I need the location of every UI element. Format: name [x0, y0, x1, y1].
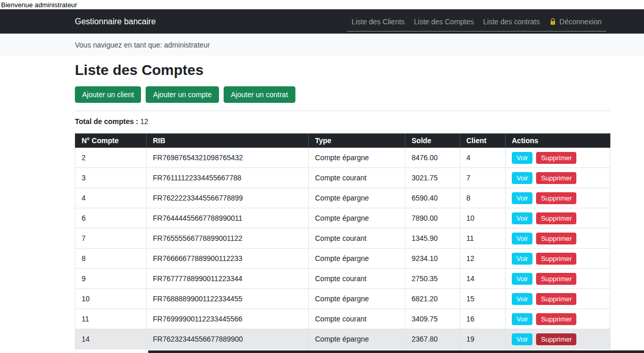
cell-type: Compte courant [309, 228, 405, 249]
cell-type: Compte courant [309, 309, 405, 329]
cell-solde: 6590.40 [405, 188, 460, 208]
cell-client: 10 [460, 208, 506, 228]
total-comptes-value: 12 [140, 117, 149, 126]
supprimer-button[interactable]: Supprimer [536, 212, 576, 224]
cell-type: Compte épargne [309, 188, 405, 208]
cell-client: 7 [460, 168, 506, 188]
ajouter-client-button[interactable]: Ajouter un client [75, 86, 141, 103]
voir-button[interactable]: Voir [512, 293, 532, 305]
voir-button[interactable]: Voir [512, 152, 532, 164]
cell-rib: FR76555566778899001122 [147, 228, 309, 249]
cell-type: Compte épargne [309, 249, 405, 269]
welcome-text: Bienvenue administrateur [0, 0, 644, 9]
page-title: Liste des Comptes [75, 62, 610, 79]
cell-type: Compte courant [309, 168, 405, 188]
cell-client: 4 [460, 148, 506, 168]
voir-button[interactable]: Voir [512, 172, 532, 184]
table-row: 14FR76232344556677889900Compte épargne23… [75, 329, 610, 349]
cell-compte: 7 [75, 228, 147, 249]
footer-bar [148, 350, 644, 353]
supprimer-button[interactable]: Supprimer [536, 293, 576, 305]
cell-type: Compte épargne [309, 148, 405, 168]
supprimer-button[interactable]: Supprimer [536, 253, 576, 265]
cell-rib: FR76999900112233445566 [147, 309, 309, 329]
cell-actions: VoirSupprimer [506, 289, 610, 309]
voir-button[interactable]: Voir [512, 333, 532, 345]
table-row: 2FR76987654321098765432Compte épargne847… [75, 148, 610, 168]
table-row: 3FR76111122334455667788Compte courant302… [75, 168, 610, 188]
cell-solde: 3021.75 [405, 168, 460, 188]
column-header-rib: RIB [147, 134, 309, 148]
nav-item-liste-clients[interactable]: Liste des Clients [347, 18, 410, 26]
cell-client: 8 [460, 188, 506, 208]
lock-icon [549, 18, 557, 25]
cell-compte: 2 [75, 148, 147, 168]
table-row: 11FR76999900112233445566Compte courant34… [75, 309, 610, 329]
navbar: Gestionnaire bancaire Liste des Clients … [0, 9, 644, 34]
supprimer-button[interactable]: Supprimer [536, 152, 576, 164]
cell-actions: VoirSupprimer [506, 208, 610, 228]
supprimer-button[interactable]: Supprimer [536, 233, 576, 244]
voir-button[interactable]: Voir [512, 253, 532, 265]
cell-compte: 4 [75, 188, 147, 208]
action-button-row: Ajouter un client Ajouter un compte Ajou… [75, 86, 610, 103]
cell-type: Compte épargne [309, 329, 405, 349]
voir-button[interactable]: Voir [512, 192, 532, 204]
cell-solde: 2750.35 [405, 269, 460, 289]
cell-compte: 3 [75, 168, 147, 188]
session-text: Vous naviguez en tant que: administrateu… [75, 41, 210, 49]
voir-button[interactable]: Voir [512, 313, 532, 325]
comptes-table: N° CompteRIBTypeSoldeClientActions 2FR76… [75, 133, 610, 353]
cell-client: 14 [460, 269, 506, 289]
table-row: 9FR76777788990011223344Compte courant275… [75, 269, 610, 289]
cell-client: 19 [460, 329, 506, 349]
cell-rib: FR76232344556677889900 [147, 329, 309, 349]
cell-actions: VoirSupprimer [506, 269, 610, 289]
supprimer-button[interactable]: Supprimer [536, 192, 576, 204]
cell-solde: 7890.00 [405, 208, 460, 228]
cell-actions: VoirSupprimer [506, 168, 610, 188]
supprimer-button[interactable]: Supprimer [536, 273, 576, 285]
supprimer-button[interactable]: Supprimer [536, 333, 576, 345]
cell-rib: FR76666677889900112233 [147, 249, 309, 269]
table-row: 6FR76444455667788990011Compte épargne789… [75, 208, 610, 228]
total-comptes: Total de comptes : 12 [75, 117, 610, 126]
supprimer-button[interactable]: Supprimer [536, 172, 576, 184]
table-row: 8FR76666677889900112233Compte épargne923… [75, 249, 610, 269]
cell-solde: 6821.20 [405, 289, 460, 309]
cell-rib: FR76111122334455667788 [147, 168, 309, 188]
table-row: 7FR76555566778899001122Compte courant134… [75, 228, 610, 249]
brand-link[interactable]: Gestionnaire bancaire [75, 17, 156, 26]
column-header-actions: Actions [506, 134, 610, 148]
voir-button[interactable]: Voir [512, 212, 532, 224]
cell-actions: VoirSupprimer [506, 249, 610, 269]
cell-rib: FR76222233445566778899 [147, 188, 309, 208]
nav-links: Liste des Clients Liste des Comptes List… [347, 12, 606, 32]
ajouter-contrat-button[interactable]: Ajouter un contrat [224, 86, 295, 103]
cell-actions: VoirSupprimer [506, 228, 610, 249]
ajouter-compte-button[interactable]: Ajouter un compte [146, 86, 219, 103]
table-header-row: N° CompteRIBTypeSoldeClientActions [75, 134, 610, 148]
cell-actions: VoirSupprimer [506, 329, 610, 349]
column-header-client: Client [460, 134, 506, 148]
navbar-inner: Gestionnaire bancaire Liste des Clients … [0, 9, 644, 34]
voir-button[interactable]: Voir [512, 273, 532, 285]
supprimer-button[interactable]: Supprimer [536, 313, 576, 325]
cell-compte: 14 [75, 329, 147, 349]
nav-item-liste-contrats[interactable]: Liste des contrats [479, 18, 545, 26]
cell-rib: FR76987654321098765432 [147, 148, 309, 168]
nav-item-deconnexion[interactable]: Déconnexion [544, 18, 606, 26]
nav-item-liste-comptes[interactable]: Liste des Comptes [410, 18, 479, 26]
session-infobar: Vous naviguez en tant que: administrateu… [0, 34, 644, 56]
table-header: N° CompteRIBTypeSoldeClientActions [75, 134, 610, 148]
cell-actions: VoirSupprimer [506, 309, 610, 329]
cell-rib: FR76444455667788990011 [147, 208, 309, 228]
cell-solde: 9234.10 [405, 249, 460, 269]
cell-client: 15 [460, 289, 506, 309]
cell-compte: 8 [75, 249, 147, 269]
cell-solde: 2367.80 [405, 329, 460, 349]
cell-client: 12 [460, 249, 506, 269]
cell-compte: 6 [75, 208, 147, 228]
voir-button[interactable]: Voir [512, 233, 532, 244]
cell-actions: VoirSupprimer [506, 148, 610, 168]
